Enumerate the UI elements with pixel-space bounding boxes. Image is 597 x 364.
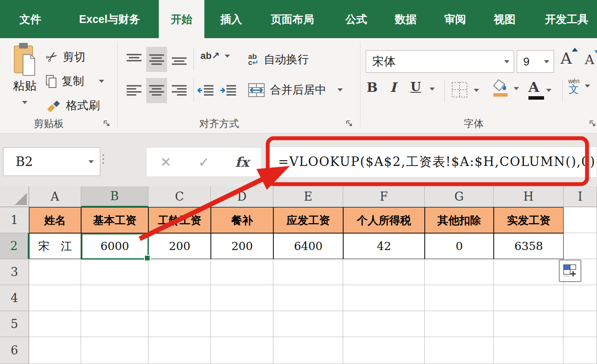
cut-button[interactable]: ✂ 剪切 [46,49,85,65]
orientation-dropdown-caret[interactable] [225,55,230,58]
cell[interactable] [343,285,425,311]
italic-button[interactable]: I [390,80,396,95]
cell-H2[interactable]: 6358 [494,233,564,259]
fill-color-dropdown-caret[interactable] [514,87,519,90]
cell[interactable] [81,311,148,337]
borders-dropdown-caret[interactable] [474,89,479,92]
font-color-button[interactable]: A [528,79,551,100]
font-size-caret[interactable] [544,60,549,63]
cell-I1[interactable] [564,207,597,233]
tab-home[interactable]: 开始 [159,0,204,38]
underline-button[interactable]: U [410,80,435,94]
tab-file[interactable]: 文件 [11,0,49,38]
row-header-6[interactable]: 6 [0,337,29,364]
cell[interactable] [494,259,564,285]
fill-options-button[interactable] [559,260,581,282]
cell[interactable] [494,311,564,337]
cell[interactable] [211,311,273,337]
cell[interactable] [148,259,211,285]
tab-insert[interactable]: 插入 [214,0,248,38]
decrease-indent-button[interactable] [196,78,215,103]
cell[interactable] [273,311,343,337]
tab-excel-finance[interactable]: Excel与财务 [69,0,150,38]
align-top-button[interactable] [124,47,144,72]
cell[interactable] [425,259,494,285]
borders-button[interactable] [451,81,479,98]
column-header-F[interactable]: F [343,186,425,207]
select-all-corner[interactable] [0,186,29,207]
cell[interactable] [211,259,273,285]
row-header-1[interactable]: 1 [0,207,29,233]
cell[interactable] [343,259,425,285]
font-name-caret[interactable] [504,60,509,63]
wrap-text-button[interactable]: ab c↵ 自动换行 [248,52,309,67]
cell-C2[interactable]: 200 [148,233,211,259]
phonetic-dropdown-caret[interactable] [585,84,590,88]
align-right-button[interactable] [169,78,190,103]
column-header-E[interactable]: E [273,186,343,207]
paste-button[interactable]: 粘贴 [6,42,43,116]
format-painter-button[interactable]: 格式刷 [46,98,100,113]
name-box-caret[interactable] [89,160,94,163]
cell[interactable] [425,285,494,311]
column-header-C[interactable]: C [148,186,211,207]
tab-formulas[interactable]: 公式 [339,0,373,38]
fill-color-button[interactable] [492,79,519,98]
name-box[interactable]: B2 [3,147,100,176]
cell[interactable] [211,285,273,311]
tab-page-layout[interactable]: 页面布局 [262,0,323,38]
tab-review[interactable]: 审阅 [438,0,472,38]
copy-button[interactable]: 复制 [46,74,104,89]
cell-D1[interactable]: 餐补 [211,207,273,233]
tab-view[interactable]: 视图 [488,0,522,38]
cell[interactable] [425,337,494,364]
cell[interactable] [29,337,81,364]
row-header-4[interactable]: 4 [0,285,29,311]
cell-G1[interactable]: 其他扣除 [425,207,494,233]
cell-G2[interactable]: 0 [425,233,494,259]
cell[interactable] [148,311,211,337]
cell[interactable] [81,337,148,364]
cell[interactable] [273,285,343,311]
column-header-H[interactable]: H [494,186,564,207]
cell-I2[interactable] [564,233,597,259]
cell[interactable] [81,259,148,285]
cell[interactable] [564,337,597,364]
cell[interactable] [29,311,81,337]
column-header-A[interactable]: A [29,186,81,207]
row-header-2[interactable]: 2 [0,233,29,259]
cell[interactable] [425,311,494,337]
cell-A2[interactable]: 宋 江 [29,233,81,259]
font-dialog-launcher-icon[interactable] [589,120,596,129]
cell[interactable] [564,285,597,311]
cell[interactable] [81,285,148,311]
cell-E1[interactable]: 应发工资 [273,207,343,233]
underline-dropdown-caret[interactable] [430,88,435,91]
paste-dropdown-caret[interactable] [22,101,27,104]
column-header-G[interactable]: G [425,186,494,207]
alignment-dialog-launcher-icon[interactable] [346,120,353,129]
column-header-B[interactable]: B [81,186,148,207]
column-header-D[interactable]: D [211,186,273,207]
merge-dropdown-caret[interactable] [338,88,343,91]
cell[interactable] [343,311,425,337]
cell-A1[interactable]: 姓名 [29,207,81,233]
increase-indent-button[interactable] [219,78,238,103]
cell[interactable] [343,337,425,364]
cell-D2[interactable]: 200 [211,233,273,259]
orientation-button[interactable]: ab↗ [200,50,230,62]
clipboard-dialog-launcher-icon[interactable] [103,120,110,129]
copy-dropdown-caret[interactable] [99,80,104,83]
cell-B1[interactable]: 基本工资 [81,207,148,233]
align-bottom-button[interactable] [169,47,190,72]
formula-bar-resize-handle[interactable] [102,154,104,164]
shrink-font-button[interactable]: A [585,52,594,67]
insert-function-icon[interactable]: fx [223,154,261,170]
cell[interactable] [29,259,81,285]
column-header-I[interactable]: I [564,186,597,207]
font-size-combo[interactable]: 9 [517,50,554,73]
align-left-button[interactable] [124,78,144,103]
bold-button[interactable]: B [367,80,377,95]
tab-data[interactable]: 数据 [389,0,423,38]
formula-input[interactable]: =VLOOKUP($A$2,工资表!$A:$H,COLUMN(),0) [265,146,597,178]
